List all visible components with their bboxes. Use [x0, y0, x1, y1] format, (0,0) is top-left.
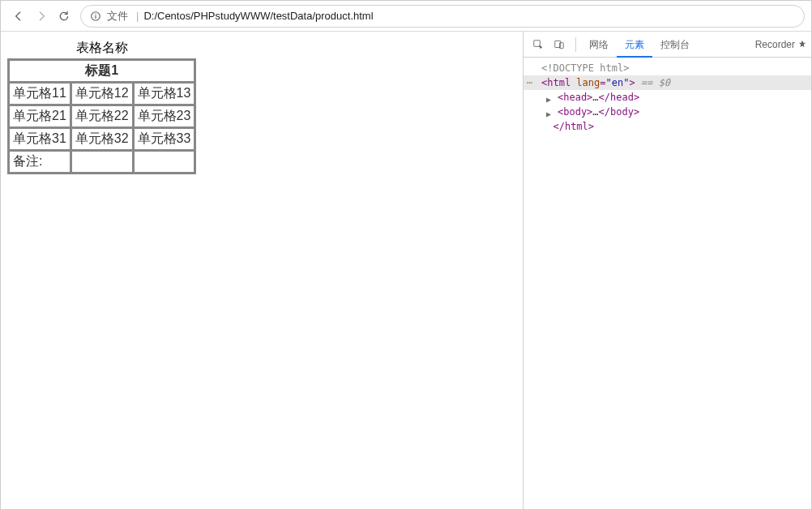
- table-cell: 单元格23: [134, 105, 195, 127]
- table-row: 单元格31 单元格32 单元格33: [9, 128, 194, 150]
- back-button[interactable]: [7, 5, 30, 28]
- devtools-panel: 网络 元素 控制台 Recorder <!DOCTYPE html> ⋯<htm…: [523, 32, 811, 509]
- workspace: 表格名称 标题1 单元格11 单元格12 单元格13 单元格21 单元格22 单…: [1, 32, 811, 509]
- pin-icon: [798, 39, 806, 50]
- table-cell-empty: [134, 151, 195, 173]
- url-input[interactable]: 文件 | D:/Centos/PHPstudyWWW/testData/prod…: [80, 5, 805, 28]
- dom-html-close[interactable]: </html>: [524, 119, 811, 134]
- table-cell: 单元格13: [134, 83, 195, 105]
- table-footer-row: 备注:: [9, 151, 194, 173]
- table-cell: 单元格12: [71, 83, 133, 105]
- divider: [575, 37, 576, 52]
- table-cell-empty: [71, 151, 133, 173]
- table-header-cell: 标题1: [9, 60, 194, 82]
- tab-elements[interactable]: 元素: [617, 32, 652, 58]
- table-cell: 单元格11: [9, 83, 71, 105]
- inspect-element-icon[interactable]: [528, 35, 548, 54]
- url-path: D:/Centos/PHPstudyWWW/testData/product.h…: [143, 10, 373, 22]
- table-cell: 单元格31: [9, 128, 71, 150]
- tab-console[interactable]: 控制台: [652, 32, 698, 58]
- toggle-device-icon[interactable]: [549, 35, 569, 54]
- address-bar: 文件 | D:/Centos/PHPstudyWWW/testData/prod…: [1, 1, 811, 32]
- dom-head[interactable]: ▶<head>…</head>: [524, 90, 811, 105]
- table-cell: 单元格22: [71, 105, 133, 127]
- table-header-row: 标题1: [9, 60, 194, 82]
- browser-window: 文件 | D:/Centos/PHPstudyWWW/testData/prod…: [0, 0, 812, 510]
- url-separator: |: [136, 10, 139, 22]
- dom-doctype[interactable]: <!DOCTYPE html>: [524, 61, 811, 75]
- devtools-dom-tree[interactable]: <!DOCTYPE html> ⋯<html lang="en"> == $0 …: [524, 58, 811, 509]
- forward-button[interactable]: [30, 5, 53, 28]
- product-table: 表格名称 标题1 单元格11 单元格12 单元格13 单元格21 单元格22 单…: [7, 38, 196, 174]
- info-icon: [89, 10, 102, 23]
- page-content: 表格名称 标题1 单元格11 单元格12 单元格13 单元格21 单元格22 单…: [1, 32, 523, 509]
- table-row: 单元格21 单元格22 单元格23: [9, 105, 194, 127]
- tab-recorder-label: Recorder: [755, 39, 795, 50]
- reload-button[interactable]: [53, 5, 75, 28]
- url-scheme-label: 文件: [107, 9, 128, 24]
- table-row: 单元格11 单元格12 单元格13: [9, 83, 194, 105]
- table-footer-label: 备注:: [9, 151, 71, 173]
- dom-html-open[interactable]: ⋯<html lang="en"> == $0: [524, 75, 811, 90]
- tab-recorder[interactable]: Recorder: [755, 39, 806, 50]
- svg-point-2: [95, 13, 96, 14]
- dom-body[interactable]: ▶<body>…</body>: [524, 105, 811, 119]
- table-caption: 表格名称: [7, 38, 196, 58]
- devtools-tabs: 网络 元素 控制台 Recorder: [524, 32, 811, 58]
- tab-network[interactable]: 网络: [581, 32, 617, 58]
- table-cell: 单元格21: [9, 105, 71, 127]
- table-cell: 单元格33: [134, 128, 195, 150]
- table-cell: 单元格32: [71, 128, 133, 150]
